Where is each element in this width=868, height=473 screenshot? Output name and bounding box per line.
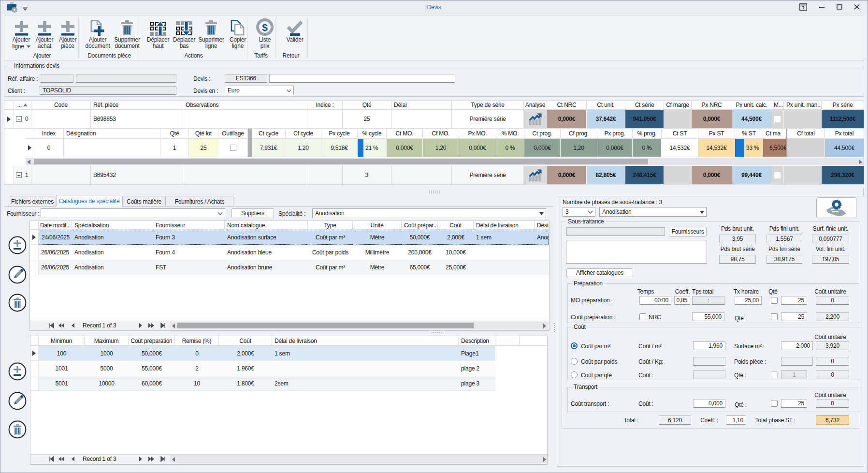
nav-next-page-button[interactable] xyxy=(148,323,155,330)
coeff-field[interactable]: 1,10 xyxy=(726,415,746,425)
grid-cell-serie[interactable]: Première série xyxy=(452,166,524,185)
grid-header-options[interactable]: ... xyxy=(14,101,31,110)
grid-cell-cf_marge[interactable] xyxy=(664,110,692,129)
subgrid-cell-cf_prog[interactable]: 1,20 xyxy=(561,139,597,157)
nav-hscroll-thumb[interactable] xyxy=(177,323,474,328)
catalog-cell-cout[interactable]: 10,000€ xyxy=(438,245,474,260)
grid-header-ct_nrc[interactable]: Ct NRC xyxy=(547,101,587,110)
grid-cell-px_serie[interactable]: 298,320€ xyxy=(822,166,864,185)
catalog-cell-unite[interactable]: Millimètre xyxy=(353,245,402,260)
subgrid-cell-pct_cycle[interactable]: 21 % xyxy=(358,139,387,157)
catalog-cell-fourn[interactable]: Fourn 3 xyxy=(153,230,225,245)
mo-qte-checkbox[interactable] xyxy=(771,297,778,304)
splitter-panel-vertical[interactable] xyxy=(554,323,555,332)
subcontracting-notes-textbox[interactable] xyxy=(566,240,707,264)
close-button[interactable] xyxy=(849,0,865,14)
catalog-header-spec[interactable]: Spécialisation xyxy=(72,221,153,230)
subgrid-cell-ct_prog[interactable]: 0,000€ xyxy=(524,139,561,157)
ranges-cell-cout[interactable]: 2,000€ xyxy=(219,346,272,361)
ajouter-document-button[interactable]: Ajouterdocument xyxy=(84,17,111,51)
grid-header-ref[interactable]: Réf. pièce xyxy=(91,101,183,110)
subgrid-header-pct_mo[interactable]: % MO. xyxy=(496,129,524,139)
grid-cell-px_unit_calc[interactable]: 99,440€ xyxy=(732,166,771,185)
mo-qte-field[interactable]: 25 xyxy=(781,296,807,305)
liste-prix-button[interactable]: $ Listeprix xyxy=(252,17,277,51)
cout-r3-radio-label[interactable]: Coût par qté xyxy=(581,372,612,379)
subgrid-header-qte[interactable]: Qté xyxy=(160,129,189,139)
subgrid-header-ct_st[interactable]: Ct ST xyxy=(662,129,698,139)
subgrid-cell-ct_ma[interactable]: 6,500€ xyxy=(763,139,786,157)
tab-fournitures-achats[interactable]: Fournitures / Achats xyxy=(166,196,233,207)
catalog-cell-fourn[interactable]: FST xyxy=(153,260,225,275)
grid-cell-code[interactable] xyxy=(31,110,91,129)
catalog-cell-date[interactable]: 26/06/2025 xyxy=(39,245,72,260)
prep-qte-checkbox[interactable] xyxy=(771,313,778,320)
catalog-cell-spec[interactable]: Anodisation xyxy=(72,230,153,245)
grid-cell-qte[interactable]: 25 xyxy=(343,110,391,129)
catalog-cell-delai[interactable] xyxy=(474,245,535,260)
cout-r2-radio-label[interactable]: Coût par poids xyxy=(581,358,617,365)
grid-cell-ct_unit[interactable]: 82,805€ xyxy=(587,166,625,185)
catalog-cell-date[interactable]: 26/06/2025 xyxy=(39,260,72,275)
subgrid-header-qte_lot[interactable]: Qté lot xyxy=(189,129,218,139)
m-checkbox[interactable] xyxy=(774,116,781,122)
nav-prev-page-button[interactable] xyxy=(58,323,65,330)
grid-cell-code[interactable] xyxy=(31,166,91,185)
ranges-cell-delai[interactable]: 1 sem xyxy=(272,346,459,361)
catalog-header-fourn[interactable]: Fournisseur xyxy=(153,221,225,230)
transport-qte-field[interactable]: 25 xyxy=(781,399,807,408)
subgrid-header-px_st[interactable]: Px ST xyxy=(698,129,735,139)
catalog-header-delai[interactable]: Délai de livraison xyxy=(474,221,535,230)
subgrid-hscroll-right-icon[interactable] xyxy=(859,159,862,166)
grid-header-indice[interactable]: Indice : xyxy=(307,101,343,110)
catalog-cell-cout[interactable]: 25,000€ xyxy=(438,260,474,275)
grid-cell-px_nrc[interactable]: 0,000€ xyxy=(692,110,732,129)
ranges-header-max[interactable]: Maximum xyxy=(85,336,129,346)
ranges-cell-cout[interactable]: 1,960€ xyxy=(219,361,272,376)
grid-header-px_unit_calc[interactable]: Px unit. calc. xyxy=(732,101,771,110)
nav-hscroll-right-icon[interactable] xyxy=(543,323,546,330)
cout-m2-field[interactable]: 1,960 xyxy=(693,341,725,350)
ranges-header-remise[interactable]: Remise (%) xyxy=(175,336,219,346)
fournisseur-combo[interactable] xyxy=(41,208,225,218)
ranges-header-cout[interactable]: Coût xyxy=(219,336,272,346)
subgrid-header-outillage[interactable]: Outillage xyxy=(218,129,248,139)
ranges-cell-max[interactable]: 5000 xyxy=(85,361,129,376)
subgrid-header-ct_cycle[interactable]: Ct cycle xyxy=(252,129,286,139)
splitter-grid-bottom2[interactable] xyxy=(429,192,440,193)
grid-row-expand-toggle[interactable]: + xyxy=(16,172,22,178)
subgrid-cell-px_cycle[interactable]: 9,518€ xyxy=(321,139,358,157)
ranges-header-delai[interactable]: Délai de livraison xyxy=(272,336,459,346)
fournisseurs-button[interactable]: Fournisseurs xyxy=(669,227,707,236)
mo-coeff-field[interactable]: 0,85 xyxy=(674,296,690,305)
catalog-cell-cout[interactable]: 2,000€ xyxy=(438,230,474,245)
grid-cell-qte[interactable]: 3 xyxy=(343,166,391,185)
outillage-checkbox[interactable] xyxy=(230,145,236,151)
grid-header-analyse[interactable]: Analyse xyxy=(524,101,547,110)
catalog-cell-fourn[interactable]: Fourn 4 xyxy=(153,245,225,260)
devise-combo[interactable]: Euro xyxy=(225,86,294,95)
nav-hscroll-left-icon[interactable] xyxy=(172,457,175,463)
subgrid-header-ct_mo[interactable]: Ct MO. xyxy=(387,129,423,139)
nav-prev-button[interactable] xyxy=(71,323,77,330)
specialite-combo[interactable]: Anodisation xyxy=(312,208,546,218)
catalog-cell-unite[interactable]: Mètre xyxy=(353,230,402,245)
tab-fichiers-externes[interactable]: Fichiers externes xyxy=(9,196,56,207)
grid-header-px_serie[interactable]: Px série xyxy=(822,101,864,110)
subgrid-cell-designation[interactable] xyxy=(64,139,160,157)
subgrid-cell-pct_prog[interactable]: 0 % xyxy=(633,139,662,157)
grid-cell-indice[interactable] xyxy=(307,166,343,185)
grid-cell-indice[interactable] xyxy=(307,110,343,129)
subgrid-header-index[interactable]: Index xyxy=(34,129,64,139)
catalog-cell-nom[interactable]: Anodisation surface xyxy=(225,230,308,245)
subcontracting-settings-button[interactable] xyxy=(816,197,856,218)
grid-cell-ref[interactable]: B695432 xyxy=(91,166,183,185)
grid-cell-ct_serie[interactable]: 248,415€ xyxy=(625,166,664,185)
catalog-cell-cout_prep[interactable]: 65,000€ xyxy=(402,260,438,275)
grid-cell-ct_nrc[interactable]: 0,000€ xyxy=(547,166,587,185)
splitter-tables[interactable] xyxy=(432,332,442,333)
splitter-right-edge[interactable] xyxy=(863,189,864,195)
catalog-cell-type[interactable]: Coût par m² xyxy=(308,230,353,245)
subgrid-cell-px_mo[interactable]: 0,000€ xyxy=(459,139,496,157)
transport-qte-checkbox[interactable] xyxy=(771,400,778,407)
